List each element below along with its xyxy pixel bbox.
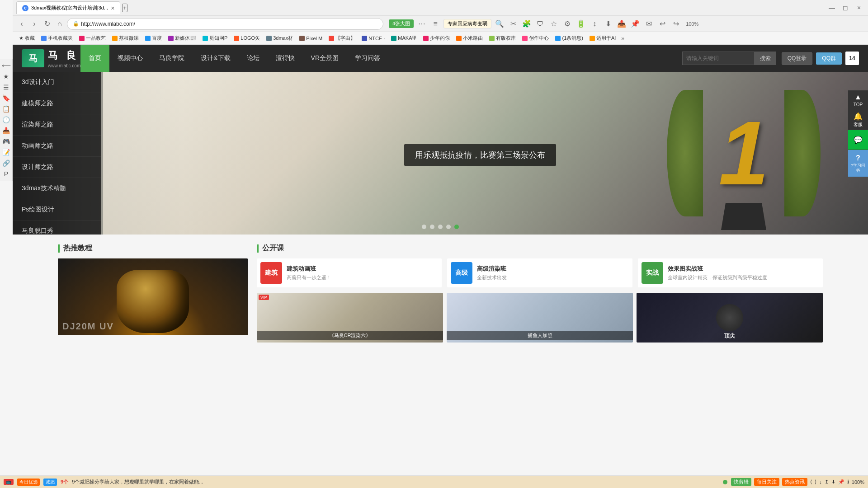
home-button[interactable]: ⌂: [54, 19, 65, 29]
bm-youban[interactable]: 有版权库: [486, 34, 519, 42]
bm-mobile-fav[interactable]: 手机收藏夹: [38, 34, 75, 42]
battery-btn[interactable]: 🔋: [576, 19, 586, 29]
bm-xiaomi[interactable]: 小米路由: [453, 34, 486, 42]
qq-group-button[interactable]: QQ群: [816, 52, 842, 65]
nav-action-2[interactable]: ≡: [430, 19, 441, 29]
bm-maka[interactable]: MAKA里: [388, 34, 420, 42]
bm-ziyu[interactable]: 【字由】: [326, 34, 358, 42]
back-button[interactable]: ‹: [16, 19, 27, 29]
site-nav: 首页 视频中心 马良学院 设计&下载 论坛 渲得快 VR全景图 学习问答: [80, 45, 682, 72]
nav-vr[interactable]: VR全景图: [303, 45, 347, 72]
dropdown-item-2[interactable]: 建模师之路: [13, 93, 101, 114]
nav-forum[interactable]: 论坛: [239, 45, 268, 72]
carousel-dot-1[interactable]: [422, 225, 426, 229]
dropdown-item-7[interactable]: Ps绘图设计: [13, 199, 101, 221]
bm-pixel[interactable]: Pixel M: [297, 35, 325, 42]
nav-academy[interactable]: 马良学院: [151, 45, 193, 72]
search-input[interactable]: [682, 52, 755, 65]
sync-btn[interactable]: ↕: [589, 19, 600, 29]
hot-course-image[interactable]: DJ20M UV: [58, 258, 248, 335]
bm-ntce[interactable]: NTCE ·: [359, 35, 387, 42]
right-btn-wechat[interactable]: 💬: [848, 130, 868, 150]
qq-login-button[interactable]: QQ登录: [782, 52, 813, 65]
carousel-dot-5[interactable]: [454, 225, 459, 229]
redo-btn[interactable]: ↪: [670, 19, 681, 29]
dropdown-item-6[interactable]: 3dmax技术精髓: [13, 178, 101, 199]
tab-close-icon[interactable]: ×: [111, 5, 114, 12]
bm-baidu[interactable]: 百度: [142, 34, 165, 42]
nav-action-1[interactable]: ⋯: [416, 19, 427, 29]
course-card-1[interactable]: 建筑 建筑动画班 高薪只有一步之遥！: [257, 258, 442, 287]
nav-design[interactable]: 设计&下载: [193, 45, 238, 72]
dropdown-item-5[interactable]: 设计师之路: [13, 157, 101, 178]
nav-home[interactable]: 首页: [80, 45, 109, 72]
window-close[interactable]: ×: [854, 2, 864, 13]
calendar-button[interactable]: 14: [845, 52, 859, 65]
pin-btn[interactable]: 📌: [630, 19, 641, 29]
course-card-2[interactable]: 高级 高级渲染班 全新技术出发: [447, 258, 632, 287]
course-card-3[interactable]: 实战 效果图实战班 全球室内设计精英，保证初级到高级平稳过度: [638, 258, 823, 287]
window-minimize[interactable]: —: [826, 2, 837, 13]
carousel-dot-4[interactable]: [446, 225, 451, 229]
carousel-dot-3[interactable]: [438, 225, 443, 229]
scissors-btn[interactable]: ✂: [508, 19, 519, 29]
search-nav-btn[interactable]: 🔍: [494, 19, 505, 29]
mail-btn[interactable]: ✉: [643, 19, 654, 29]
bookmarks-more[interactable]: »: [619, 35, 626, 42]
bm-star[interactable]: ★ 收藏: [16, 34, 38, 42]
download-btn[interactable]: 📥: [616, 19, 627, 29]
window-restore[interactable]: ◻: [840, 2, 851, 13]
bm-logo[interactable]: LOGO矢: [231, 34, 263, 42]
bm-yipin[interactable]: 一品教艺: [76, 34, 108, 42]
right-btn-help[interactable]: ? ?学习问答: [848, 150, 868, 177]
bm-chuangzuo[interactable]: 创作中心: [519, 34, 552, 42]
left-icon-1[interactable]: ⟵: [1, 61, 11, 70]
bm-lizhi[interactable]: 荔枝微课: [109, 34, 142, 42]
left-icon-2[interactable]: ★: [1, 71, 11, 81]
thumb-1[interactable]: VIP 《马良CR渲染六》: [257, 293, 443, 343]
left-icon-10[interactable]: 🔗: [1, 158, 11, 168]
left-icon-7[interactable]: 📥: [1, 126, 11, 136]
nav-video[interactable]: 视频中心: [109, 45, 151, 72]
left-icon-3[interactable]: ☰: [1, 82, 11, 92]
dropdown-item-3[interactable]: 渲染师之路: [13, 114, 101, 136]
carousel-dot-2[interactable]: [430, 225, 434, 229]
left-icon-8[interactable]: 🎮: [1, 136, 11, 146]
bm-mizhi[interactable]: 觅知网P: [200, 34, 230, 42]
search-button[interactable]: 搜索: [755, 52, 776, 65]
expert-news-btn[interactable]: 专家回应病毒变弱: [443, 19, 491, 28]
new-tab-button[interactable]: +: [122, 4, 127, 12]
bm-shaonian[interactable]: 少年的你: [420, 34, 453, 42]
dropdown-item-1[interactable]: 3d设计入门: [13, 72, 101, 93]
settings-btn[interactable]: ⚙: [562, 19, 573, 29]
nav-render[interactable]: 渲得快: [268, 45, 303, 72]
thumb-3[interactable]: 顶尖: [637, 293, 823, 343]
right-btn-top[interactable]: ▲ TOP: [848, 90, 868, 110]
left-icon-6[interactable]: 🕒: [1, 115, 11, 125]
left-icon-5[interactable]: 📋: [1, 104, 11, 114]
undo-btn[interactable]: ↩: [657, 19, 668, 29]
left-icon-9[interactable]: 📝: [1, 147, 11, 157]
left-icon-4[interactable]: 🔖: [1, 93, 11, 103]
4-image-btn[interactable]: 4张大图: [389, 19, 414, 28]
bm-aiyong[interactable]: 适用于AI: [587, 34, 618, 42]
left-icon-11[interactable]: P: [1, 169, 11, 179]
thumb-2[interactable]: 捕鱼人加照: [447, 293, 633, 343]
dropdown-item-4[interactable]: 动画师之路: [13, 136, 101, 157]
address-bar[interactable]: 🔒 http://www.mlabc.com/: [67, 18, 383, 30]
nav-qa[interactable]: 学习问答: [347, 45, 388, 72]
refresh-button[interactable]: ↻: [42, 19, 52, 29]
bookmark-star-btn[interactable]: ☆: [548, 19, 559, 29]
xinmeti-icon: [168, 36, 174, 41]
right-btn-service[interactable]: 🔔 客服: [848, 110, 868, 130]
browser-tab-active[interactable]: e 3dmax视频教程|室内设计培训|3d... ×: [16, 1, 120, 14]
site-logo[interactable]: 马 马 良 www.mlabc.com: [22, 49, 80, 68]
bm-3dmax[interactable]: 3dmax材: [264, 34, 296, 42]
bm-xinmeti[interactable]: 新媒体📰: [165, 34, 199, 42]
dropdown-item-8[interactable]: 马良脱口秀: [13, 221, 101, 235]
shield-btn[interactable]: 🛡: [535, 19, 546, 29]
bm-message[interactable]: (1条消息): [552, 34, 585, 42]
forward-button[interactable]: ›: [29, 19, 40, 29]
extension-btn[interactable]: 🧩: [521, 19, 532, 29]
arrow-down-btn[interactable]: ⬇: [603, 19, 613, 29]
